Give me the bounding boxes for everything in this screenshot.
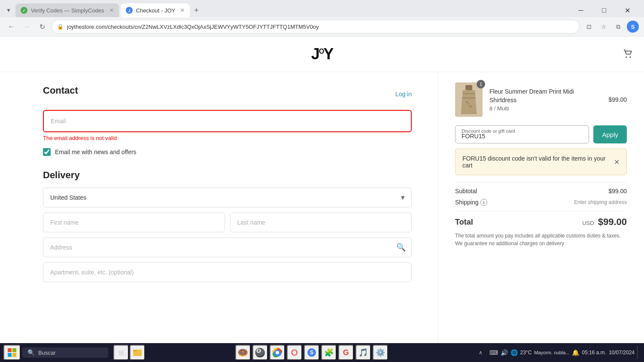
tab-dropdown-btn[interactable]: ▼: [3, 5, 14, 15]
settings-btn2[interactable]: ⚙️: [373, 345, 388, 360]
item-image: 1: [455, 82, 483, 117]
extension-btn[interactable]: ⧉: [612, 21, 624, 33]
tab-close-2[interactable]: ✕: [180, 7, 185, 13]
svg-point-19: [276, 351, 279, 354]
address-bar[interactable]: 🔒 joythestore.com/checkouts/cn/Z2NwLXVzL…: [52, 20, 580, 33]
window-controls: ─ □ ✕: [571, 3, 641, 17]
weather-desc: Mayorm. nubla...: [534, 350, 569, 355]
order-item: 1 Fleur Summer Dream Print Midi Shirtdre…: [455, 82, 627, 117]
network-icon: 🌐: [510, 349, 518, 356]
total-label: Total: [455, 218, 473, 227]
maximize-btn[interactable]: □: [594, 3, 614, 17]
bookmark-btn[interactable]: ☆: [598, 21, 610, 33]
email-group: The email address is not valid: [43, 110, 412, 141]
reload-btn[interactable]: ↻: [36, 21, 48, 33]
site-logo: JOY: [311, 45, 333, 63]
apt-group: [43, 262, 412, 282]
close-btn[interactable]: ✕: [617, 3, 637, 17]
last-name-input[interactable]: [230, 213, 412, 232]
right-panel: 1 Fleur Summer Dream Print Midi Shirtdre…: [438, 72, 644, 362]
discount-row: Discount code or gift card Apply: [455, 125, 627, 143]
opera-btn[interactable]: O: [287, 345, 302, 360]
log-in-link[interactable]: Log in: [395, 91, 412, 97]
shipping-info-icon[interactable]: ℹ: [480, 199, 487, 206]
minimize-btn[interactable]: ─: [571, 3, 591, 17]
screen-reader-btn[interactable]: ⊡: [583, 21, 595, 33]
page: JOY Contact Log in The email address is …: [0, 37, 644, 362]
taskbar-notifications-icon: 🔔: [572, 349, 579, 356]
taskbar-right: ∧ ⌨ 🔊 🌐 23°C Mayorm. nubla... 🔔 05:16 a.…: [475, 346, 641, 359]
shipping-label-group: Shipping ℹ: [455, 199, 487, 206]
chevron-up-btn[interactable]: ∧: [475, 347, 487, 359]
file-explorer-btn[interactable]: [130, 345, 145, 360]
newsletter-label[interactable]: Email me with news and offers: [55, 149, 137, 155]
address-actions: ⊡ ☆ ⧉ S: [583, 21, 639, 33]
site-header: JOY: [0, 37, 644, 72]
svg-rect-15: [12, 353, 16, 357]
svg-point-3: [630, 56, 631, 58]
keyboard-icon: ⌨: [489, 349, 498, 356]
address-input[interactable]: [43, 237, 412, 257]
shipping-label: Shipping: [455, 199, 479, 206]
g-btn[interactable]: G: [338, 345, 354, 360]
svg-text:S: S: [310, 350, 313, 356]
apt-input[interactable]: [43, 262, 412, 282]
total-price-group: USD $99.00: [582, 216, 627, 228]
newsletter-row: Email me with news and offers: [43, 148, 412, 156]
tab-checkout[interactable]: J Checkout - JOY ✕: [121, 3, 190, 17]
chrome-icon: [273, 348, 282, 357]
tab-favicon-2: J: [126, 7, 133, 14]
svg-point-9: [466, 101, 468, 103]
browser-chrome: ▼ ✓ Verify Codes — SimplyCodes ✕ J Check…: [0, 0, 644, 37]
error-banner-close-btn[interactable]: ✕: [614, 158, 620, 166]
email-input[interactable]: [43, 110, 412, 132]
svg-rect-4: [465, 85, 472, 90]
start-button[interactable]: [3, 345, 21, 360]
weather-temp: 23°C: [520, 350, 532, 356]
s-btn[interactable]: S: [304, 345, 319, 360]
taskbar-search[interactable]: 🔍 Buscar: [22, 347, 108, 358]
total-row: Total USD $99.00: [455, 216, 627, 228]
country-select-wrapper: United States ▼: [43, 188, 412, 207]
discount-error-banner: FORU15 discount code isn't valid for the…: [455, 149, 627, 175]
apply-btn[interactable]: Apply: [593, 125, 627, 143]
newsletter-checkbox[interactable]: [43, 148, 51, 156]
s-icon: S: [307, 348, 316, 357]
profile-btn[interactable]: S: [627, 21, 639, 33]
cart-icon: [622, 48, 634, 60]
show-desktop-btn[interactable]: [637, 346, 641, 359]
taskbar-icons: ⊞: [113, 345, 145, 360]
donut-app-btn[interactable]: 🍩: [235, 345, 251, 360]
divider-2: [455, 211, 627, 211]
address-bar-row: ← → ↻ 🔒 joythestore.com/checkouts/cn/Z2N…: [0, 17, 644, 36]
music-btn[interactable]: 🎵: [355, 345, 371, 360]
name-row: [43, 213, 412, 232]
discount-wrapper: Discount code or gift card: [455, 125, 589, 143]
main-content: Contact Log in The email address is not …: [0, 72, 644, 362]
puzzle-btn[interactable]: 🧩: [321, 345, 337, 360]
ball-app-btn[interactable]: 🎱: [252, 345, 268, 360]
tab-verify-codes[interactable]: ✓ Verify Codes — SimplyCodes ✕: [15, 3, 119, 17]
country-select[interactable]: United States: [43, 188, 412, 207]
new-tab-btn[interactable]: +: [191, 6, 201, 15]
delivery-title: Delivery: [43, 170, 412, 181]
first-name-input[interactable]: [43, 213, 225, 232]
item-variant: 8 / Multi: [489, 105, 601, 112]
tab-close-1[interactable]: ✕: [109, 7, 114, 13]
item-dress-svg: [459, 85, 478, 114]
subtotal-label: Subtotal: [455, 188, 477, 195]
back-btn[interactable]: ←: [5, 21, 17, 33]
cart-button[interactable]: [622, 48, 634, 61]
chrome-btn[interactable]: [270, 345, 285, 360]
item-price: $99.00: [608, 96, 627, 103]
forward-btn[interactable]: →: [21, 21, 33, 33]
country-group: United States ▼: [43, 188, 412, 207]
address-search-btn[interactable]: 🔍: [396, 243, 406, 252]
task-view-btn[interactable]: ⊞: [113, 345, 129, 360]
shipping-row: Shipping ℹ Enter shipping address: [455, 199, 627, 206]
item-name: Fleur Summer Dream Print Midi Shirtdress: [489, 88, 601, 104]
contact-title: Contact: [43, 85, 78, 96]
address-group: 🔍: [43, 237, 412, 257]
delivery-section: Delivery United States ▼ 🔍: [43, 170, 412, 282]
volume-icon: 🔊: [501, 349, 508, 356]
